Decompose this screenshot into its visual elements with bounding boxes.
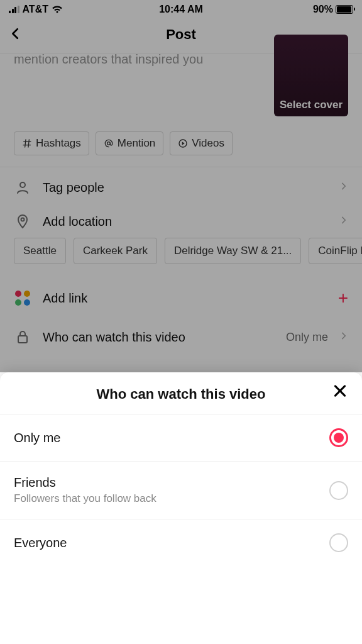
location-icon bbox=[14, 214, 31, 229]
plus-icon: + bbox=[338, 288, 348, 308]
back-button[interactable] bbox=[9, 26, 23, 43]
status-bar: AT&T 10:44 AM 90% bbox=[0, 0, 362, 19]
svg-rect-4 bbox=[18, 336, 27, 343]
mention-chip-label: Mention bbox=[118, 137, 155, 150]
svg-point-2 bbox=[20, 182, 25, 187]
chevron-right-icon bbox=[339, 216, 348, 227]
tag-people-label: Tag people bbox=[43, 180, 328, 195]
option-label: Everyone bbox=[14, 536, 329, 550]
hashtag-icon bbox=[22, 138, 32, 148]
add-location-row[interactable]: Add location bbox=[0, 208, 362, 238]
close-button[interactable] bbox=[332, 383, 348, 402]
caption-chip-row: Hashtags Mention Videos bbox=[0, 116, 362, 167]
add-link-row[interactable]: Add link + bbox=[0, 275, 362, 321]
radio-selected-icon bbox=[329, 428, 348, 447]
modal-title: Who can watch this video bbox=[97, 386, 266, 402]
wifi-icon bbox=[52, 5, 63, 14]
option-sublabel: Followers that you follow back bbox=[14, 492, 329, 505]
battery-percent: 90% bbox=[313, 4, 333, 15]
location-chip[interactable]: Delridge Way SW & 21... bbox=[165, 238, 301, 264]
at-icon bbox=[104, 138, 114, 148]
person-icon bbox=[14, 180, 31, 195]
carrier-label: AT&T bbox=[23, 4, 48, 15]
play-circle-icon bbox=[178, 138, 188, 148]
videos-chip-label: Videos bbox=[192, 137, 224, 150]
privacy-option-friends[interactable]: Friends Followers that you follow back bbox=[0, 462, 362, 519]
mention-chip[interactable]: Mention bbox=[96, 131, 163, 155]
who-can-watch-label: Who can watch this video bbox=[43, 330, 275, 345]
svg-point-3 bbox=[21, 218, 25, 221]
privacy-option-only-me[interactable]: Only me bbox=[0, 414, 362, 462]
lock-icon bbox=[14, 330, 31, 345]
privacy-option-everyone[interactable]: Everyone bbox=[0, 519, 362, 566]
option-label: Only me bbox=[14, 431, 329, 445]
hashtags-chip-label: Hashtags bbox=[36, 137, 81, 150]
hashtags-chip[interactable]: Hashtags bbox=[14, 131, 89, 155]
signal-icon bbox=[9, 6, 19, 13]
videos-chip[interactable]: Videos bbox=[170, 131, 233, 155]
select-cover-label: Select cover bbox=[280, 99, 343, 116]
option-label: Friends bbox=[14, 475, 329, 490]
location-chip[interactable]: CoinFlip Bitcoin A bbox=[309, 238, 362, 264]
status-time: 10:44 AM bbox=[159, 4, 203, 15]
location-chip[interactable]: Seattle bbox=[14, 238, 66, 264]
chevron-left-icon bbox=[9, 26, 23, 40]
svg-point-0 bbox=[107, 142, 110, 145]
cover-thumbnail[interactable]: Select cover bbox=[274, 35, 348, 116]
add-link-label: Add link bbox=[43, 291, 327, 306]
radio-unselected-icon bbox=[329, 533, 348, 552]
addlink-icon bbox=[14, 291, 31, 306]
who-can-watch-value: Only me bbox=[286, 331, 328, 344]
close-icon bbox=[332, 383, 348, 399]
modal-header: Who can watch this video bbox=[0, 372, 362, 414]
location-suggestions: Seattle Carkeek Park Delridge Way SW & 2… bbox=[0, 238, 362, 275]
chevron-right-icon bbox=[339, 331, 348, 343]
tag-people-row[interactable]: Tag people bbox=[0, 167, 362, 208]
chevron-right-icon bbox=[339, 182, 348, 193]
radio-unselected-icon bbox=[329, 481, 348, 500]
privacy-modal: Who can watch this video Only me Friends… bbox=[0, 372, 362, 644]
location-chip[interactable]: Carkeek Park bbox=[74, 238, 157, 264]
who-can-watch-row[interactable]: Who can watch this video Only me bbox=[0, 321, 362, 357]
battery-icon bbox=[336, 5, 353, 14]
add-location-label: Add location bbox=[43, 214, 328, 229]
page-title: Post bbox=[166, 26, 196, 43]
